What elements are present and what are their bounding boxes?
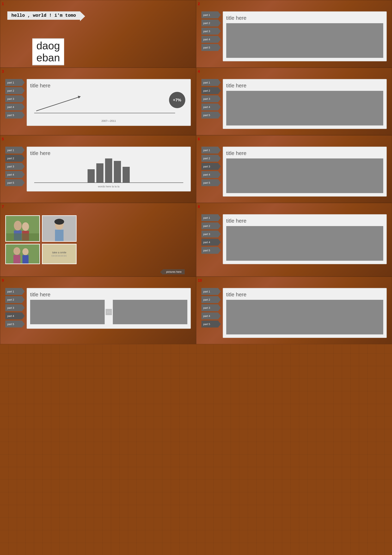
card-title-2: title here — [226, 15, 384, 21]
svg-point-11 — [14, 247, 20, 255]
nav-list-6: part 1 part 2 part 3 part 4 part 5 — [201, 147, 221, 186]
chart-label: words here la la la — [30, 185, 187, 188]
chart-date: 2007—2011 — [30, 119, 187, 122]
nav-item[interactable]: part 5 — [201, 179, 221, 186]
nav-item[interactable]: part 5 — [201, 44, 221, 51]
nav-item[interactable]: part 2 — [201, 20, 221, 27]
card-title-3: title here — [30, 82, 187, 89]
photo-couple-img — [6, 216, 39, 241]
cell-number-3: 3 — [2, 69, 4, 74]
cell-number-2: 2 — [198, 2, 200, 6]
svg-rect-5 — [6, 234, 39, 241]
trend-arrowhead — [78, 95, 81, 98]
nav-list-2: part 1 part 2 part 3 part 4 part 5 — [201, 11, 221, 51]
take-smile-text: take a smile — [52, 251, 66, 254]
nav-list-9: part 1 part 2 part 3 part 4 part 5 — [5, 288, 25, 328]
nav-item[interactable]: part 1 — [201, 147, 221, 153]
nav-item[interactable]: part 2 — [5, 87, 25, 94]
cell-6: 6 part 1 part 2 part 3 part 4 part 5 tit… — [196, 135, 392, 203]
nav-item[interactable]: part 1 — [201, 11, 221, 18]
nav-item[interactable]: part 2 — [5, 296, 25, 303]
nav-item[interactable]: part 3 — [201, 304, 221, 311]
nav-item[interactable]: part 4 — [201, 36, 221, 43]
nav-item-active[interactable]: part 3 — [201, 163, 221, 170]
photo-couple — [5, 215, 40, 242]
nav-list-5: part 1 part 2 part 3 part 4 part 5 — [5, 147, 25, 186]
nav-item[interactable]: part 1 — [5, 79, 25, 86]
svg-point-9 — [54, 219, 64, 225]
daog-eban-block: daog eban — [32, 38, 64, 65]
cell-1: 1 hello , world ! i'm tomo daog eban — [0, 0, 196, 68]
svg-point-3 — [22, 222, 29, 231]
nav-item[interactable]: part 3 — [201, 231, 221, 237]
nav-item[interactable]: part 1 — [5, 147, 25, 153]
bar-2 — [96, 163, 103, 183]
cell-8: 8 part 1 part 2 part 3 part 4 part 5 tit… — [196, 203, 392, 277]
nav-item[interactable]: part 3 — [201, 95, 221, 102]
content-card-9: title here vs — [27, 288, 191, 329]
vs-split: vs — [30, 300, 187, 324]
nav-item[interactable]: part 3 — [5, 95, 25, 102]
nav-item[interactable]: part 3 — [201, 28, 221, 35]
svg-rect-12 — [14, 255, 20, 263]
nav-item[interactable]: part 2 — [201, 222, 221, 229]
card-title-6: title here — [226, 150, 384, 156]
nav-item-active[interactable]: part 5 — [201, 321, 221, 328]
nav-item[interactable]: part 4 — [201, 171, 221, 178]
nav-item-active[interactable]: part 4 — [201, 239, 221, 246]
nav-item[interactable]: part 5 — [201, 247, 221, 254]
nav-item-active[interactable]: part 4 — [5, 313, 25, 319]
eban-text: eban — [36, 51, 60, 64]
nav-list-4: part 1 part 2 part 3 part 4 part 5 — [201, 79, 221, 118]
nav-item[interactable]: part 4 — [5, 103, 25, 110]
nav-list-8: part 1 part 2 part 3 part 4 part 5 — [201, 214, 221, 254]
nav-list-10: part 1 part 2 part 3 part 4 part 5 — [201, 288, 221, 328]
content-card-10: title here — [223, 288, 387, 338]
cell-number-8: 8 — [198, 205, 200, 209]
cell-4: 4 part 1 part 2 part 3 part 4 part 5 tit… — [196, 68, 392, 135]
gray-box-4 — [226, 91, 384, 125]
photo-friends-img — [6, 244, 39, 263]
nav-item[interactable]: part 2 — [201, 296, 221, 303]
nav-item[interactable]: part 1 — [5, 288, 25, 295]
svg-rect-14 — [22, 255, 29, 263]
nav-item[interactable]: part 4 — [201, 313, 221, 319]
gray-box-6 — [226, 159, 384, 193]
nav-item[interactable]: part 5 — [5, 112, 25, 118]
hello-text: hello , world ! i'm tomo — [11, 13, 76, 18]
content-card-2: title here — [223, 11, 387, 61]
nav-item[interactable]: part 2 — [201, 155, 221, 162]
gray-box-2 — [226, 23, 384, 58]
nav-item[interactable]: part 1 — [201, 214, 221, 221]
nav-item[interactable]: part 5 — [201, 112, 221, 118]
cell-2: 2 part 1 part 2 part 3 part 4 part 5 tit… — [196, 0, 392, 68]
content-card-4: title here — [223, 79, 387, 129]
nav-item[interactable]: part 4 — [201, 103, 221, 110]
daog-text: daog — [36, 40, 60, 51]
nav-item[interactable]: part 5 — [5, 321, 25, 328]
bar-3 — [105, 159, 112, 183]
gray-box-10 — [226, 300, 384, 334]
nav-item[interactable]: part 3 — [5, 163, 25, 170]
nav-item-active[interactable]: part 2 — [201, 87, 221, 94]
nav-item[interactable]: part 3 — [5, 304, 25, 311]
cell-number-4: 4 — [198, 69, 200, 74]
cell-number-1: 1 — [2, 2, 4, 6]
nav-item[interactable]: part 1 — [201, 288, 221, 295]
hello-banner: hello , world ! i'm tomo — [7, 11, 80, 20]
nav-item[interactable]: part 1 — [201, 79, 221, 86]
content-card-5: title here words here la la la — [27, 147, 191, 191]
pictures-here-label: pictures here — [163, 269, 184, 274]
nav-item-active[interactable]: part 2 — [5, 155, 25, 162]
nav-item[interactable]: part 4 — [5, 171, 25, 178]
card-title-4: title here — [226, 82, 384, 89]
nav-item[interactable]: part 5 — [5, 179, 25, 186]
bar-5 — [123, 167, 130, 183]
cell-number-5: 5 — [2, 137, 4, 141]
pictures-label-text: pictures here — [163, 269, 184, 274]
smile-dots: €€€€€€€€€€ — [51, 255, 67, 257]
svg-rect-8 — [55, 230, 64, 241]
card-title-9: title here — [30, 292, 187, 298]
cell-number-7: 7 — [2, 205, 4, 209]
vs-box-left — [30, 300, 105, 324]
